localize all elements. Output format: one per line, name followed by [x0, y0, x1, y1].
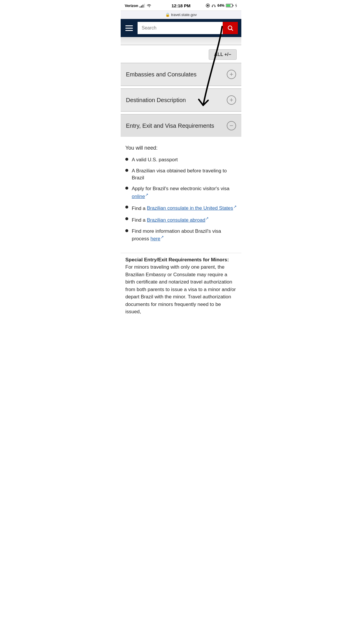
- bullet-dot: [125, 206, 128, 209]
- special-heading-bold: Special Entry/Exit Requirements for Mino…: [125, 257, 229, 262]
- url-text: travel.state.gov: [171, 13, 197, 17]
- bullet-dot: [125, 229, 128, 232]
- battery-text: 64%: [217, 4, 224, 8]
- list-item-text: Find a Brazilian consulate abroad↗: [132, 216, 209, 223]
- list-item: Find more information about Brazil's vis…: [125, 228, 237, 242]
- status-left: Verizon: [125, 4, 152, 8]
- accordion-entry[interactable]: Entry, Exit and Visa Requirements −: [121, 114, 241, 137]
- list-item: Apply for Brazil's new electronic visito…: [125, 185, 237, 200]
- entry-content-section: You will need: A valid U.S. passport A B…: [121, 139, 241, 253]
- special-heading-body: For minors traveling with only one paren…: [125, 264, 236, 314]
- bullet-dot: [125, 217, 128, 220]
- list-item: Find a Brazilian consulate in the United…: [125, 204, 237, 212]
- all-toggle-button[interactable]: ALL +/−: [209, 49, 237, 60]
- special-heading-text: Special Entry/Exit Requirements for Mino…: [125, 256, 237, 316]
- url-bar[interactable]: 🔒 travel.state.gov: [121, 10, 241, 19]
- svg-point-5: [207, 5, 209, 6]
- scroll-indicator: [121, 37, 241, 45]
- svg-rect-7: [215, 6, 215, 7]
- svg-point-12: [228, 26, 232, 30]
- lock-icon: 🔒: [165, 13, 170, 17]
- carrier-text: Verizon: [125, 4, 138, 8]
- accordion-destination[interactable]: Destination Description +: [121, 88, 241, 112]
- accordion-entry-title: Entry, Exit and Visa Requirements: [126, 123, 214, 129]
- search-bar[interactable]: [138, 22, 238, 34]
- svg-rect-0: [140, 6, 140, 8]
- online-link[interactable]: online↗: [132, 194, 148, 199]
- svg-line-13: [231, 29, 233, 31]
- list-item-text: A Brazilian visa obtained before traveli…: [132, 167, 237, 181]
- hamburger-line-2: [125, 28, 133, 29]
- bullet-dot: [125, 169, 128, 172]
- list-item: A Brazilian visa obtained before traveli…: [125, 167, 237, 181]
- battery-icon: [226, 4, 233, 8]
- list-item-text: Find a Brazilian consulate in the United…: [132, 204, 237, 212]
- list-item: Find a Brazilian consulate abroad↗: [125, 216, 237, 223]
- visa-info-link[interactable]: here↗: [150, 236, 164, 242]
- accordion-embassies-icon: +: [227, 70, 236, 79]
- list-item-text: Apply for Brazil's new electronic visito…: [132, 185, 237, 200]
- svg-rect-3: [144, 4, 145, 8]
- svg-marker-11: [235, 4, 237, 8]
- list-item: A valid U.S. passport: [125, 156, 237, 163]
- accordion-destination-icon: +: [227, 95, 236, 105]
- hamburger-line-3: [125, 30, 133, 31]
- bullet-dot: [125, 158, 128, 161]
- screen-record-icon: [206, 4, 210, 8]
- list-item-text: A valid U.S. passport: [132, 156, 178, 163]
- accordion-embassies[interactable]: Embassies and Consulates +: [121, 63, 241, 86]
- list-item-text: Find more information about Brazil's vis…: [132, 228, 237, 242]
- menu-button[interactable]: [124, 24, 134, 32]
- charging-icon: [235, 4, 237, 8]
- search-icon: [227, 25, 233, 31]
- signal-icon: [140, 4, 145, 8]
- svg-rect-2: [143, 5, 143, 8]
- nav-header: [121, 19, 241, 37]
- entry-intro: You will need:: [125, 145, 237, 151]
- bullet-list: A valid U.S. passport A Brazilian visa o…: [125, 156, 237, 242]
- status-time: 12:18 PM: [171, 3, 190, 8]
- svg-rect-10: [226, 5, 231, 7]
- consulate-us-link[interactable]: Brazilian consulate in the United States…: [147, 205, 237, 211]
- accordion-entry-icon: −: [227, 121, 236, 130]
- svg-rect-1: [141, 6, 142, 8]
- special-section: Special Entry/Exit Requirements for Mino…: [121, 253, 241, 321]
- status-bar: Verizon 12:18 PM 64%: [121, 0, 241, 10]
- status-right: 64%: [206, 4, 237, 8]
- accordion-embassies-title: Embassies and Consulates: [126, 71, 196, 78]
- all-toggle-row: ALL +/−: [121, 45, 241, 63]
- wifi-icon: [146, 4, 152, 8]
- headphones-icon: [211, 4, 216, 8]
- hamburger-line-1: [125, 25, 133, 26]
- accordion-destination-title: Destination Description: [126, 97, 186, 104]
- bullet-dot: [125, 187, 128, 190]
- svg-rect-9: [233, 5, 233, 6]
- search-button[interactable]: [223, 22, 238, 34]
- svg-rect-6: [212, 6, 213, 7]
- consulate-abroad-link[interactable]: Brazilian consulate abroad↗: [147, 217, 209, 223]
- search-input[interactable]: [138, 22, 223, 34]
